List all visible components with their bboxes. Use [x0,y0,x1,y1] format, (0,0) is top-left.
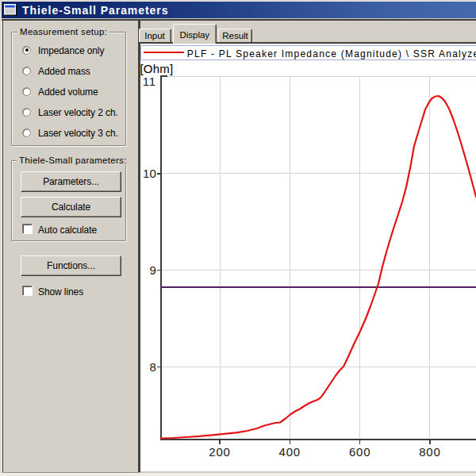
svg-text:200: 200 [209,445,230,459]
svg-text:9: 9 [149,263,155,277]
svg-text:400: 400 [279,445,301,459]
svg-text:600: 600 [349,445,370,459]
svg-text:10: 10 [143,167,156,180]
svg-text:800: 800 [419,445,440,459]
svg-text:8: 8 [149,360,155,374]
svg-text:11: 11 [143,75,156,88]
